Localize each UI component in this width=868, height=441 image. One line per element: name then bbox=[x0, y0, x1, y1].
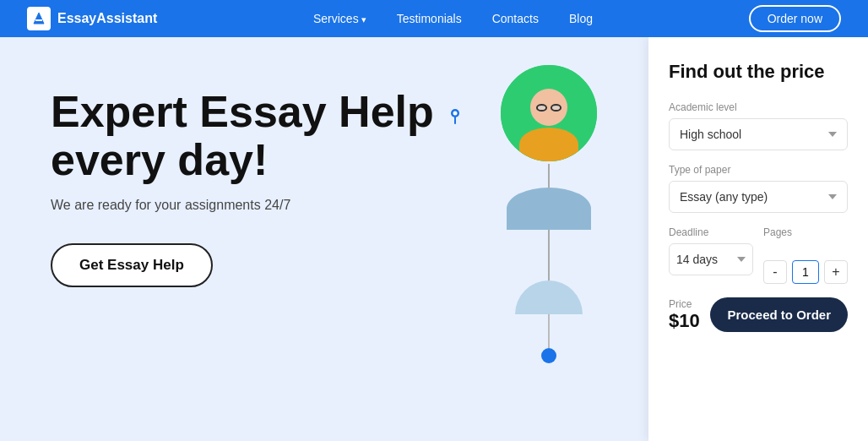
nav-item-testimonials[interactable]: Testimonials bbox=[397, 11, 462, 26]
hero-title-line1: Expert Essay Help bbox=[51, 87, 434, 136]
deadline-column: Deadline 14 days 7 days 3 days 1 day 12 … bbox=[669, 226, 753, 275]
nav-item-services[interactable]: Services bbox=[313, 11, 366, 26]
paper-type-select[interactable]: Essay (any type) Research paper Term pap… bbox=[669, 181, 848, 213]
deadline-label: Deadline bbox=[669, 226, 753, 238]
svg-rect-1 bbox=[35, 19, 42, 21]
pages-value-display: 1 bbox=[792, 260, 819, 284]
navbar: EssayAssistant Services Testimonials Con… bbox=[0, 0, 868, 37]
price-value: $10 bbox=[669, 310, 700, 332]
price-panel: Find out the price Academic level High s… bbox=[648, 37, 868, 441]
pages-plus-button[interactable]: + bbox=[824, 260, 848, 284]
main-content: Expert Essay Help every day! We are read… bbox=[0, 37, 868, 441]
avatar-connector-1 bbox=[548, 164, 550, 188]
logo-icon bbox=[27, 7, 51, 30]
nav-link-blog[interactable]: Blog bbox=[569, 12, 593, 25]
avatar-dot bbox=[541, 348, 556, 363]
avatar-connector-2 bbox=[548, 230, 550, 280]
paper-type-label: Type of paper bbox=[669, 164, 848, 176]
svg-point-3 bbox=[453, 112, 458, 116]
avatar-illustration bbox=[481, 63, 616, 363]
nav-links: Services Testimonials Contacts Blog bbox=[313, 11, 593, 26]
pages-minus-button[interactable]: - bbox=[763, 260, 787, 284]
nav-link-testimonials[interactable]: Testimonials bbox=[397, 12, 462, 25]
nav-order-button[interactable]: Order now bbox=[749, 5, 841, 32]
svg-marker-0 bbox=[34, 13, 44, 24]
avatar-circle bbox=[498, 63, 599, 164]
deadline-select[interactable]: 14 days 7 days 3 days 1 day 12 hours bbox=[669, 243, 753, 275]
price-section: Price $10 bbox=[669, 298, 700, 332]
deadline-pages-row: Deadline 14 days 7 days 3 days 1 day 12 … bbox=[669, 226, 848, 284]
pages-stepper: - 1 + bbox=[763, 260, 848, 284]
nav-item-contacts[interactable]: Contacts bbox=[492, 11, 539, 26]
get-essay-help-button[interactable]: Get Essay Help bbox=[51, 243, 213, 287]
avatar-body-lower bbox=[507, 188, 591, 230]
nav-link-services[interactable]: Services bbox=[313, 12, 366, 25]
hero-title-line2: every day! bbox=[51, 135, 268, 184]
academic-level-label: Academic level bbox=[669, 101, 848, 113]
logo-link[interactable]: EssayAssistant bbox=[27, 7, 157, 30]
panel-title: Find out the price bbox=[669, 61, 848, 83]
pages-column: Pages - 1 + bbox=[763, 226, 848, 284]
avatar-half-circle-2 bbox=[515, 280, 583, 314]
pin-icon bbox=[446, 86, 464, 134]
nav-link-contacts[interactable]: Contacts bbox=[492, 12, 539, 25]
logo-text: EssayAssistant bbox=[57, 11, 157, 26]
price-label: Price bbox=[669, 298, 700, 310]
pages-label: Pages bbox=[763, 226, 848, 238]
nav-item-blog[interactable]: Blog bbox=[569, 11, 593, 26]
price-row: Price $10 Proceed to Order bbox=[669, 297, 848, 332]
proceed-to-order-button[interactable]: Proceed to Order bbox=[710, 297, 848, 332]
avatar-connector-3 bbox=[548, 314, 550, 348]
academic-level-select[interactable]: High school Undergraduate Master's PhD bbox=[669, 118, 848, 150]
